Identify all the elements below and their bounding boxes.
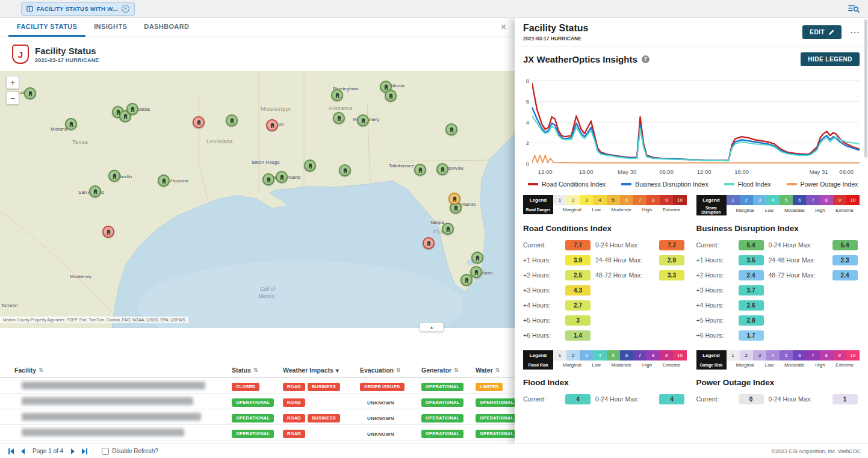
table-row[interactable]: CLOSEDROADBUSINESSORDER ISSUEDOPERATIONA… <box>0 378 515 394</box>
index-max-label: 48-72 Hour Max: <box>769 271 828 279</box>
last-page-button[interactable] <box>81 448 88 455</box>
index-row: +5 Hours:3 <box>523 313 687 328</box>
sort-icon[interactable]: ⇅ <box>39 367 43 373</box>
column-header-status[interactable]: Status⇅ <box>232 367 283 374</box>
facility-marker-green[interactable] <box>126 103 138 115</box>
chart-legend-item-road-conditions-index[interactable]: Road Conditions Index <box>528 181 606 188</box>
tab-insights[interactable]: INSIGHTS <box>85 18 135 37</box>
building-icon <box>129 106 136 113</box>
map-zoom-out-button[interactable]: − <box>6 91 19 105</box>
tab-dashboard[interactable]: DASHBOARD <box>135 18 197 37</box>
severity-label: Extreme <box>663 207 681 212</box>
facility-marker-green[interactable] <box>158 175 170 187</box>
facility-marker-green[interactable] <box>470 266 482 278</box>
facility-marker-green[interactable] <box>108 170 120 182</box>
map-canvas[interactable]: + − Marion County Property Appraiser, FD… <box>0 71 515 328</box>
close-board-tab-icon[interactable]: × <box>122 5 129 13</box>
legend-scale-cell: 9 <box>660 350 673 361</box>
facility-marker-orange[interactable] <box>448 193 460 205</box>
facility-marker-green[interactable] <box>333 112 345 124</box>
facility-marker-green[interactable] <box>89 185 101 197</box>
legend-label: Power Outage Index <box>801 181 858 188</box>
sort-icon[interactable]: ⇅ <box>495 367 500 373</box>
legend-scale-cell: 8 <box>820 350 833 361</box>
board-tab-chip[interactable]: FACILITY STATUS WITH W... × <box>21 2 135 16</box>
facility-marker-green[interactable] <box>339 164 351 176</box>
chart-legend-item-flood-index[interactable]: Flood Index <box>724 181 771 188</box>
close-panel-icon[interactable]: × <box>501 22 506 32</box>
disable-refresh-checkbox[interactable] <box>102 448 109 455</box>
board-subtitle: 2021-03-17 HURRICANE <box>35 57 99 63</box>
facility-marker-green[interactable] <box>226 114 238 126</box>
sort-icon[interactable]: ⇅ <box>253 367 258 373</box>
table-row[interactable]: OPERATIONALROADBUSINESSUNKNOWNOPERATIONA… <box>0 409 515 425</box>
legend-scale-cell: 7 <box>806 195 819 205</box>
next-page-button[interactable] <box>69 448 76 455</box>
tab-facility-status[interactable]: FACILITY STATUS <box>8 18 85 37</box>
facility-marker-red[interactable] <box>102 226 114 238</box>
chart-x-axis: 12:0018:00May 3006:0012:0018:00May 3106:… <box>532 167 860 177</box>
more-options-icon[interactable]: ⋯ <box>850 28 860 37</box>
sort-icon[interactable]: ⇅ <box>454 367 459 373</box>
column-header-facility[interactable]: Facility⇅ <box>14 367 232 374</box>
facility-marker-green[interactable] <box>331 89 343 101</box>
facility-marker-green[interactable] <box>24 87 36 99</box>
facility-marker-green[interactable] <box>357 114 369 126</box>
facility-marker-red[interactable] <box>423 237 435 249</box>
filter-dropdown-icon[interactable]: ▾ <box>336 367 339 374</box>
panel-header: Facility Status 2021-03-17 HURRICANE EDI… <box>515 18 868 46</box>
legend-scale-cell: 5 <box>780 195 793 205</box>
status-cell: OPERATIONAL <box>232 427 283 438</box>
help-icon[interactable]: ? <box>642 55 649 63</box>
index-section-power-outage-index: Power Outage IndexCurrent:00-24 Hour Max… <box>696 377 860 407</box>
column-header-generator[interactable]: Generator⇅ <box>421 367 476 374</box>
status-badge: ROAD <box>283 430 305 438</box>
facility-marker-green[interactable] <box>385 90 397 102</box>
panel-scrollbar[interactable] <box>864 19 867 442</box>
chart-legend-item-business-disruption-index[interactable]: Business Disruption Index <box>621 181 708 188</box>
legend-category-label: Storm Disruption <box>696 205 727 215</box>
scrollbar-thumb[interactable] <box>864 19 867 158</box>
facility-marker-green[interactable] <box>65 118 77 130</box>
facility-marker-green[interactable] <box>304 159 316 172</box>
board-title: Facility Status <box>35 46 99 56</box>
board-search-icon[interactable] <box>848 4 860 13</box>
status-badge: BUSINESS <box>308 383 340 391</box>
sort-icon[interactable]: ⇅ <box>396 367 401 373</box>
facility-marker-green[interactable] <box>436 163 448 175</box>
status-badge: OPERATIONAL <box>421 430 463 438</box>
facility-marker-green[interactable] <box>276 171 288 183</box>
index-max-label: 24-48 Hour Max: <box>769 256 828 264</box>
building-icon <box>196 119 202 126</box>
water-cell: LIMITED <box>476 380 515 391</box>
facility-marker-green[interactable] <box>445 123 457 135</box>
first-page-button[interactable] <box>7 448 14 455</box>
table-row[interactable]: OPERATIONALROADUNKNOWNOPERATIONALOPERATI… <box>0 394 515 409</box>
facility-marker-green[interactable] <box>442 223 454 235</box>
legend-swatch <box>724 183 734 185</box>
column-label: Status <box>232 367 251 374</box>
map-zoom-in-button[interactable]: + <box>6 76 19 89</box>
facility-marker-green[interactable] <box>471 252 483 264</box>
column-header-evacuation[interactable]: Evacuation⇅ <box>360 367 421 374</box>
chart-legend-item-power-outage-index[interactable]: Power Outage Index <box>787 181 858 188</box>
gen-cell: OPERATIONAL <box>421 411 476 422</box>
severity-label: Marginal <box>736 208 755 213</box>
legend-category-label: Road Danger <box>523 205 553 214</box>
water-cell: OPERATIONAL <box>476 427 520 438</box>
previous-page-button[interactable] <box>19 448 26 455</box>
edit-button[interactable]: EDIT <box>802 25 842 39</box>
index-row: +1 Hours:3.524-48 Hour Max:2.3 <box>696 253 860 268</box>
table-row[interactable]: OPERATIONALROADUNKNOWNOPERATIONALOPERATI… <box>0 425 515 441</box>
facility-marker-green[interactable] <box>414 164 426 176</box>
hide-legend-button[interactable]: HIDE LEGEND <box>801 52 860 66</box>
facility-marker-red[interactable] <box>193 116 205 128</box>
status-badge: ROAD <box>283 383 305 391</box>
index-hour-label: +6 Hours: <box>696 332 734 339</box>
column-header-weather-impacts[interactable]: Weather Impacts▾ <box>283 367 360 374</box>
facility-marker-green[interactable] <box>262 173 274 185</box>
column-header-water[interactable]: Water⇅ <box>476 367 515 374</box>
x-tick-label: 18:00 <box>579 169 594 175</box>
facility-marker-red[interactable] <box>266 119 278 131</box>
map-collapse-button[interactable]: ▴ <box>420 323 444 332</box>
